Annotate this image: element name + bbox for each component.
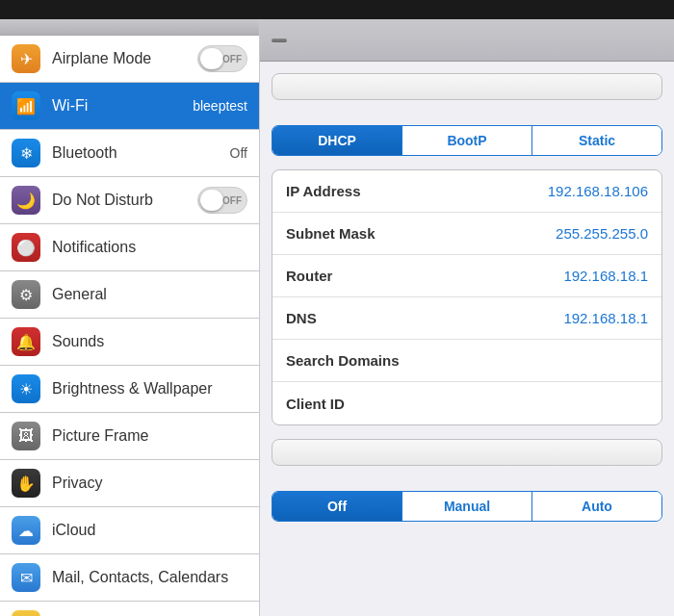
sidebar-item-label-sounds: Sounds: [52, 333, 247, 350]
notes-icon: 📝: [12, 610, 40, 616]
pictureframe-icon: 🖼: [12, 422, 40, 450]
sidebar-item-label-icloud: iCloud: [52, 522, 247, 539]
sidebar-item-label-general: General: [52, 286, 247, 303]
sidebar-item-label-dnd: Do Not Disturb: [52, 192, 197, 209]
row-label-0: IP Address: [286, 183, 548, 199]
sidebar-item-airplane[interactable]: ✈Airplane ModeOFF: [0, 36, 259, 83]
right-panel: DHCPBootPStatic IP Address192.168.18.106…: [260, 19, 674, 616]
sidebar-item-label-mail: Mail, Contacts, Calendars: [52, 569, 247, 586]
sidebar-item-general[interactable]: ⚙General: [0, 271, 259, 319]
sidebar-item-dnd[interactable]: 🌙Do Not DisturbOFF: [0, 177, 259, 224]
row-label-5: Client ID: [286, 396, 648, 412]
sidebar-header: [0, 19, 259, 36]
toggle-airplane[interactable]: OFF: [197, 45, 247, 72]
ip-seg-static[interactable]: Static: [532, 126, 661, 155]
sidebar-item-label-bluetooth: Bluetooth: [52, 144, 230, 162]
table-row: Search Domains: [272, 340, 661, 382]
icloud-icon: ☁: [12, 516, 40, 545]
sidebar-item-icloud[interactable]: ☁iCloud: [0, 507, 259, 554]
row-value-1: 255.255.255.0: [556, 225, 648, 242]
dnd-icon: 🌙: [12, 186, 40, 215]
sidebar-item-pictureframe[interactable]: 🖼Picture Frame: [0, 413, 259, 460]
table-row: Subnet Mask255.255.255.0: [272, 213, 661, 255]
sidebar-item-bluetooth[interactable]: ❄BluetoothOff: [0, 130, 259, 177]
ip-info-table: IP Address192.168.18.106Subnet Mask255.2…: [272, 169, 662, 425]
sidebar-item-brightness[interactable]: ☀Brightness & Wallpaper: [0, 366, 259, 413]
proxy-seg-auto[interactable]: Auto: [532, 492, 661, 521]
right-content: DHCPBootPStatic IP Address192.168.18.106…: [260, 62, 674, 547]
brightness-icon: ☀: [12, 374, 40, 403]
privacy-icon: ✋: [12, 469, 40, 498]
airplane-icon: ✈: [12, 44, 40, 73]
mail-icon: ✉: [12, 563, 40, 592]
badge-wifi: bleeptest: [193, 98, 247, 114]
sidebar-item-label-airplane: Airplane Mode: [52, 50, 197, 67]
main-container: ✈Airplane ModeOFF📶Wi-Fibleeptest❄Bluetoo…: [0, 19, 674, 616]
sidebar-item-label-wifi: Wi-Fi: [52, 97, 193, 115]
table-row: Router192.168.18.1: [272, 255, 661, 297]
http-proxy-section-header: [272, 481, 662, 491]
status-bar: [0, 0, 674, 19]
wifi-badge: [272, 38, 287, 42]
row-value-0: 192.168.18.106: [548, 183, 648, 199]
table-row: Client ID: [272, 382, 661, 424]
ip-address-section-header: [272, 116, 662, 125]
badge-bluetooth: Off: [230, 145, 247, 161]
wifi-icon: 📶: [12, 91, 40, 120]
sidebar-item-notes[interactable]: 📝Notes: [0, 602, 259, 616]
row-value-2: 192.168.18.1: [563, 268, 648, 284]
ip-segmented-control: DHCPBootPStatic: [272, 125, 662, 156]
row-label-3: DNS: [286, 310, 563, 326]
sidebar-item-privacy[interactable]: ✋Privacy: [0, 460, 259, 507]
right-header: [260, 19, 674, 62]
sidebar-item-sounds[interactable]: 🔔Sounds: [0, 319, 259, 366]
sidebar-item-label-privacy: Privacy: [52, 475, 247, 492]
notifications-icon: ⚪: [12, 233, 40, 262]
proxy-seg-off[interactable]: Off: [272, 492, 402, 521]
table-row: IP Address192.168.18.106: [272, 170, 661, 213]
toggle-dnd[interactable]: OFF: [197, 187, 247, 214]
table-row: DNS192.168.18.1: [272, 297, 661, 340]
sidebar-item-label-brightness: Brightness & Wallpaper: [52, 380, 247, 398]
sidebar-item-notifications[interactable]: ⚪Notifications: [0, 224, 259, 271]
sidebar-item-mail[interactable]: ✉Mail, Contacts, Calendars: [0, 554, 259, 602]
ip-seg-bootp[interactable]: BootP: [402, 126, 532, 155]
proxy-segmented-control: OffManualAuto: [272, 491, 662, 522]
renew-lease-button[interactable]: [272, 439, 662, 466]
proxy-seg-manual[interactable]: Manual: [402, 492, 532, 521]
general-icon: ⚙: [12, 280, 40, 309]
forget-network-button[interactable]: [272, 73, 662, 100]
ip-seg-dhcp[interactable]: DHCP: [272, 126, 402, 155]
sidebar-item-wifi[interactable]: 📶Wi-Fibleeptest: [0, 83, 259, 130]
sounds-icon: 🔔: [12, 327, 40, 356]
sidebar-item-label-pictureframe: Picture Frame: [52, 427, 247, 445]
row-label-1: Subnet Mask: [286, 225, 556, 242]
row-value-3: 192.168.18.1: [563, 310, 648, 326]
row-label-2: Router: [286, 268, 563, 284]
bluetooth-icon: ❄: [12, 139, 40, 167]
sidebar-item-label-notifications: Notifications: [52, 239, 247, 256]
row-label-4: Search Domains: [286, 352, 648, 369]
sidebar: ✈Airplane ModeOFF📶Wi-Fibleeptest❄Bluetoo…: [0, 19, 260, 616]
